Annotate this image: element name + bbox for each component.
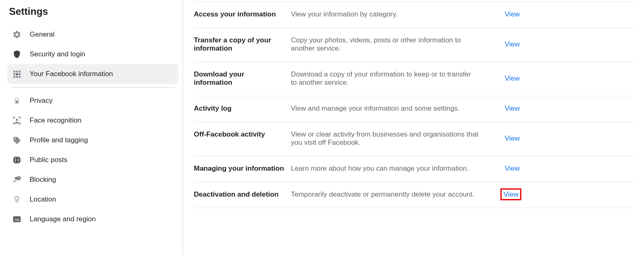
- grid-icon: [12, 69, 22, 79]
- row-off-facebook-activity: Off-Facebook activity View or clear acti…: [194, 122, 633, 156]
- location-pin-icon: [12, 194, 22, 205]
- shield-icon: [12, 49, 22, 60]
- sidebar-label: Your Facebook information: [30, 70, 113, 78]
- view-link-access-information[interactable]: View: [503, 9, 521, 19]
- view-link-download-information[interactable]: View: [503, 74, 521, 83]
- sidebar-item-location[interactable]: Location: [7, 190, 178, 209]
- view-link-deactivation-deletion[interactable]: View: [500, 188, 521, 200]
- row-action: View: [488, 40, 521, 49]
- view-link-activity-log[interactable]: View: [503, 104, 521, 113]
- sidebar-item-language-region[interactable]: Aa Language and region: [7, 209, 178, 229]
- sidebar-label: Face recognition: [30, 116, 81, 125]
- sidebar-label: General: [30, 30, 54, 39]
- sidebar-item-general[interactable]: General: [7, 25, 178, 44]
- svg-rect-7: [19, 76, 21, 78]
- svg-line-16: [18, 177, 20, 180]
- lock-icon: [12, 95, 22, 106]
- view-link-off-facebook-activity[interactable]: View: [503, 134, 521, 143]
- sidebar-item-your-facebook-information[interactable]: Your Facebook information: [7, 64, 178, 84]
- row-title: Transfer a copy of your information: [194, 36, 291, 53]
- sidebar-label: Blocking: [30, 176, 56, 184]
- globe-icon: [12, 155, 22, 165]
- sidebar-item-security[interactable]: Security and login: [7, 44, 178, 64]
- row-access-information: Access your information View your inform…: [194, 2, 633, 28]
- row-title: Off-Facebook activity: [194, 130, 291, 139]
- sidebar-item-profile-tagging[interactable]: Profile and tagging: [7, 130, 178, 150]
- sidebar-item-public-posts[interactable]: Public posts: [7, 150, 178, 170]
- settings-sidebar: Settings General Security and login Your…: [0, 0, 183, 255]
- sidebar-item-blocking[interactable]: Blocking: [7, 170, 178, 190]
- row-action: View: [488, 190, 521, 199]
- language-icon: Aa: [12, 214, 22, 225]
- row-desc: Temporarily deactivate or permanently de…: [291, 190, 488, 199]
- svg-rect-6: [16, 76, 18, 78]
- settings-title: Settings: [9, 6, 178, 17]
- settings-main: Access your information View your inform…: [183, 0, 644, 255]
- svg-rect-3: [14, 73, 16, 75]
- svg-rect-0: [14, 71, 16, 73]
- row-deactivation-deletion: Deactivation and deletion Temporarily de…: [194, 182, 633, 208]
- row-transfer-copy: Transfer a copy of your information Copy…: [194, 28, 633, 62]
- svg-rect-11: [16, 102, 17, 103]
- row-action: View: [488, 10, 521, 19]
- sidebar-label: Profile and tagging: [30, 136, 88, 144]
- sidebar-label: Language and region: [30, 215, 96, 223]
- row-action: View: [488, 134, 521, 143]
- row-desc: View your information by category.: [291, 10, 488, 19]
- row-action: View: [488, 104, 521, 113]
- row-desc: Learn more about how you can manage your…: [291, 165, 488, 173]
- svg-point-8: [16, 73, 18, 75]
- row-managing-information: Managing your information Learn more abo…: [194, 156, 633, 182]
- svg-rect-1: [16, 71, 18, 73]
- sidebar-item-face-recognition[interactable]: Face recognition: [7, 111, 178, 130]
- svg-point-12: [16, 118, 18, 121]
- row-title: Activity log: [194, 104, 291, 113]
- row-title: Access your information: [194, 10, 291, 19]
- row-desc: Copy your photos, videos, posts or other…: [291, 36, 488, 53]
- svg-rect-2: [19, 71, 21, 73]
- row-action: View: [488, 74, 521, 83]
- row-action: View: [488, 165, 521, 173]
- row-desc: Download a copy of your information to k…: [291, 70, 488, 87]
- sidebar-label: Public posts: [30, 156, 67, 164]
- row-title: Deactivation and deletion: [194, 190, 291, 199]
- sidebar-divider: [11, 87, 175, 88]
- view-link-transfer-copy[interactable]: View: [503, 39, 521, 49]
- row-activity-log: Activity log View and manage your inform…: [194, 96, 633, 122]
- row-desc: View and manage your information and som…: [291, 104, 488, 113]
- row-desc: View or clear activity from businesses a…: [291, 130, 488, 147]
- sidebar-label: Security and login: [30, 50, 85, 58]
- row-download-information: Download your information Download a cop…: [194, 62, 633, 96]
- svg-text:Aa: Aa: [14, 218, 19, 222]
- sidebar-label: Location: [30, 195, 56, 204]
- row-title: Managing your information: [194, 165, 291, 173]
- tag-icon: [12, 135, 22, 146]
- gear-icon: [12, 29, 22, 40]
- face-recognition-icon: [12, 115, 22, 126]
- sidebar-item-privacy[interactable]: Privacy: [7, 91, 178, 111]
- sidebar-label: Privacy: [30, 97, 53, 105]
- blocking-icon: [12, 174, 22, 185]
- svg-rect-5: [14, 76, 16, 78]
- svg-rect-4: [19, 73, 21, 75]
- row-title: Download your information: [194, 70, 291, 87]
- view-link-managing-information[interactable]: View: [503, 164, 521, 173]
